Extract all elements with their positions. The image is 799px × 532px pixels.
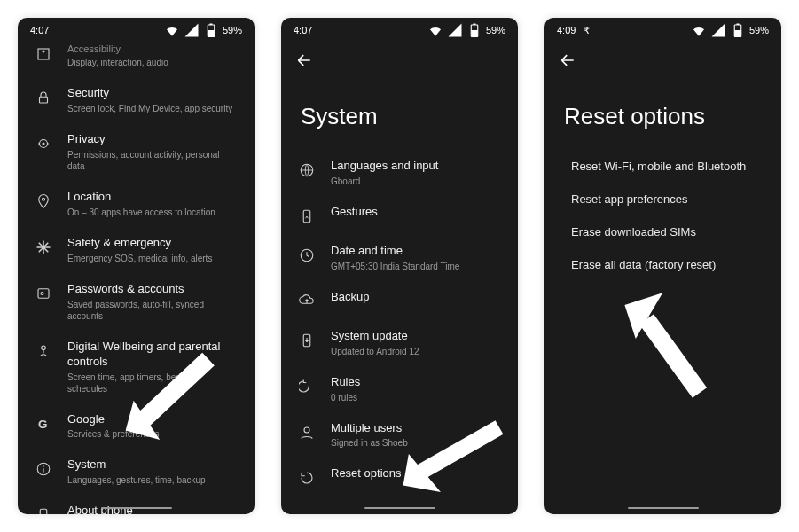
status-time-group: 4:09 ₹ <box>557 25 590 36</box>
item-subtitle: Gboard <box>331 176 502 187</box>
item-text: System updateUpdated to Android 12 <box>331 329 502 357</box>
settings-item-phone[interactable]: About phonePixel 4a <box>25 495 247 514</box>
svg-rect-1 <box>208 30 215 37</box>
item-text: Safety & emergencyEmergency SOS, medical… <box>67 236 239 264</box>
battery-icon <box>466 22 482 38</box>
system-list: Languages and inputGboardGesturesDate an… <box>281 150 518 514</box>
settings-item-wellbeing[interactable]: Digital Wellbeing and parental controlsS… <box>25 331 247 403</box>
settings-item-privacy[interactable]: PrivacyPermissions, account activity, pe… <box>25 123 247 181</box>
info-icon <box>34 459 53 479</box>
phone-icon <box>34 505 53 514</box>
item-text: Gestures <box>331 205 502 220</box>
gesture-icon <box>297 207 317 226</box>
settings-item-account[interactable]: Passwords & accountsSaved passwords, aut… <box>25 273 247 331</box>
nav-indicator <box>628 507 699 509</box>
page-title: System <box>281 78 518 150</box>
settings-item-location[interactable]: LocationOn – 30 apps have access to loca… <box>25 181 247 227</box>
system-item-reset[interactable]: Reset options <box>288 458 511 497</box>
item-title: System <box>67 458 239 473</box>
item-title: Rules <box>331 375 502 390</box>
system-item-rules[interactable]: Rules0 rules <box>288 366 511 412</box>
status-bar: 4:09 ₹ 59% <box>544 18 781 43</box>
status-indicators: 59% <box>164 22 242 38</box>
item-subtitle: Screen time, app timers, bedtime schedul… <box>67 372 239 395</box>
item-text: Digital Wellbeing and parental controlsS… <box>67 340 239 395</box>
item-text: AccessibilityDisplay, interaction, audio <box>67 43 239 68</box>
item-subtitle: 0 rules <box>331 392 502 403</box>
status-extra: ₹ <box>584 25 590 35</box>
system-item-user[interactable]: Multiple usersSigned in as Shoeb <box>288 412 511 458</box>
user-icon <box>297 423 317 442</box>
system-item-globe[interactable]: Languages and inputGboard <box>288 150 511 196</box>
item-text: SecurityScreen lock, Find My Device, app… <box>67 86 239 114</box>
status-time: 4:09 <box>557 25 576 35</box>
lock-icon <box>34 88 53 107</box>
item-text: Languages and inputGboard <box>331 159 502 187</box>
system-item-backup[interactable]: Backup <box>288 281 511 320</box>
item-title: Accessibility <box>67 43 239 55</box>
item-title: Location <box>67 190 239 205</box>
back-button[interactable] <box>557 50 578 71</box>
svg-rect-2 <box>209 24 212 26</box>
item-text: SystemLanguages, gestures, time, backup <box>67 458 239 486</box>
item-title: Date and time <box>331 244 502 259</box>
item-subtitle: On – 30 apps have access to location <box>67 207 239 218</box>
svg-point-14 <box>43 466 44 468</box>
phone-screenshot-settings: 4:07 59% AccessibilityDisplay, interacti… <box>18 18 255 514</box>
item-title: Privacy <box>67 132 239 147</box>
settings-item-lock[interactable]: SecurityScreen lock, Find My Device, app… <box>25 77 247 123</box>
battery-icon <box>730 22 746 38</box>
system-item-gesture[interactable]: Gestures <box>288 196 511 235</box>
settings-item-star[interactable]: Safety & emergencyEmergency SOS, medical… <box>25 227 247 273</box>
item-subtitle: Services & preferences <box>67 428 239 440</box>
location-icon <box>34 192 53 211</box>
svg-point-4 <box>43 51 45 53</box>
item-subtitle: Screen lock, Find My Device, app securit… <box>67 103 239 114</box>
item-text: GoogleServices & preferences <box>67 412 239 441</box>
accessibility-icon <box>34 44 53 64</box>
item-subtitle: Updated to Android 12 <box>331 346 502 357</box>
settings-item-info[interactable]: SystemLanguages, gestures, time, backup <box>25 449 247 495</box>
reset-option[interactable]: Erase downloaded SIMs <box>552 215 774 248</box>
item-text: Reset options <box>331 466 502 481</box>
wifi-icon <box>427 22 443 38</box>
item-title: Passwords & accounts <box>67 282 239 297</box>
reset-option[interactable]: Reset app preferences <box>552 183 774 215</box>
reset-option[interactable]: Reset Wi-Fi, mobile and Bluetooth <box>552 150 774 183</box>
item-text: Multiple usersSigned in as Shoeb <box>331 421 502 450</box>
wifi-icon <box>164 22 180 38</box>
backup-icon <box>297 292 317 311</box>
item-title: Backup <box>331 290 502 305</box>
system-item-update[interactable]: System updateUpdated to Android 12 <box>288 320 511 366</box>
status-indicators: 59% <box>427 22 505 38</box>
battery-percent: 59% <box>486 25 505 35</box>
clock-icon <box>297 246 317 265</box>
item-title: Safety & emergency <box>67 236 239 251</box>
item-title: Digital Wellbeing and parental controls <box>67 340 239 370</box>
battery-percent: 59% <box>749 25 769 35</box>
page-header <box>544 43 781 78</box>
svg-point-11 <box>42 346 46 350</box>
phone-screenshot-reset: 4:09 ₹ 59% Reset options Reset Wi-Fi, mo… <box>544 18 781 514</box>
globe-icon <box>297 160 317 180</box>
privacy-icon <box>34 134 53 153</box>
nav-indicator <box>101 507 172 509</box>
reset-icon <box>297 468 317 488</box>
update-icon <box>297 331 317 350</box>
wifi-icon <box>691 22 707 38</box>
reset-list: Reset Wi-Fi, mobile and BluetoothReset a… <box>544 150 781 514</box>
system-item-clock[interactable]: Date and timeGMT+05:30 India Standard Ti… <box>288 235 511 281</box>
settings-item-google[interactable]: GGoogleServices & preferences <box>25 403 247 450</box>
status-time: 4:07 <box>30 25 49 35</box>
item-subtitle: Display, interaction, audio <box>67 57 239 68</box>
back-button[interactable] <box>294 50 315 71</box>
arrow-left-icon <box>559 51 576 69</box>
settings-item-accessibility[interactable]: AccessibilityDisplay, interaction, audio <box>25 43 247 77</box>
item-subtitle: Permissions, account activity, personal … <box>67 149 239 172</box>
settings-list: AccessibilityDisplay, interaction, audio… <box>18 43 255 514</box>
item-text: Date and timeGMT+05:30 India Standard Ti… <box>331 244 502 272</box>
reset-option[interactable]: Erase all data (factory reset) <box>552 248 774 281</box>
svg-rect-15 <box>40 510 47 514</box>
rules-icon <box>297 377 317 396</box>
item-text: Backup <box>331 290 502 305</box>
